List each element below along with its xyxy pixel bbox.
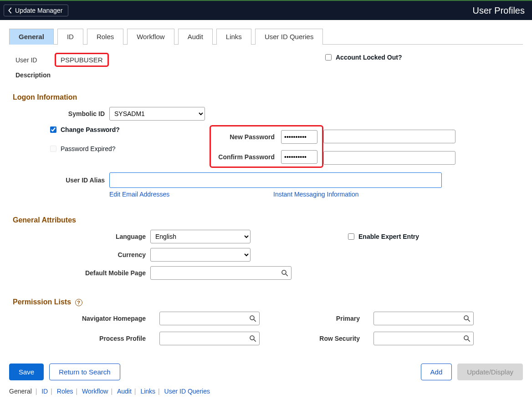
search-icon[interactable] [281,269,289,277]
default-mobile-label: Default Mobile Page [27,269,146,277]
im-info-link[interactable]: Instant Messaging Information [273,191,442,198]
back-button[interactable]: Update Manager [4,5,68,16]
navigator-input[interactable] [159,312,260,325]
help-icon[interactable]: ? [75,299,82,306]
confirm-password-input[interactable] [281,150,317,164]
edit-email-link[interactable]: Edit Email Addresses [109,191,273,198]
svg-point-2 [250,316,254,320]
currency-label: Currency [27,251,146,258]
update-display-button: Update/Display [457,364,523,380]
account-locked-row: Account Locked Out? [323,53,523,62]
chevron-left-icon [8,7,12,14]
footer-link-id[interactable]: ID [41,388,48,395]
search-icon[interactable] [463,334,471,343]
section-logon-title: Logon Information [13,93,523,101]
section-permission-text: Permission Lists [13,298,71,306]
row-security-input[interactable] [373,332,474,345]
confirm-password-label: Confirm Password [215,153,275,161]
svg-line-5 [468,319,470,322]
primary-label: Primary [278,315,360,322]
symbolic-id-label: Symbolic ID [27,110,105,117]
enable-expert-label: Enable Expert Entry [358,233,419,240]
change-password-label: Change Password? [61,126,120,133]
password-expired-checkbox [50,146,56,152]
symbolic-id-select[interactable]: SYSADM1 [109,107,205,121]
tab-workflow[interactable]: Workflow [127,29,174,45]
footer-links: General | ID| Roles| Workflow| Audit| Li… [9,388,523,395]
tab-audit[interactable]: Audit [178,29,213,45]
language-label: Language [27,233,146,240]
user-id-label: User ID [9,56,48,64]
svg-point-0 [282,270,286,274]
description-label: Description [9,71,48,79]
footer-link-general[interactable]: General [9,388,32,395]
primary-input[interactable] [373,312,474,325]
process-profile-label: Process Profile [27,335,146,342]
user-id-alias-input[interactable] [109,172,442,188]
add-button[interactable]: Add [421,364,452,380]
row-security-label: Row Security [278,335,360,342]
new-password-ext-input[interactable] [323,130,455,143]
svg-line-3 [254,319,256,322]
account-locked-checkbox[interactable] [325,54,332,61]
svg-line-7 [254,339,256,342]
footer-link-user-id-queries[interactable]: User ID Queries [164,388,210,395]
return-to-search-button[interactable]: Return to Search [49,364,120,380]
tab-bar: General ID Roles Workflow Audit Links Us… [9,28,523,45]
password-expired-label: Password Expired? [61,145,116,152]
user-id-value: PSPUBUSER [55,53,109,67]
tab-id[interactable]: ID [57,29,83,45]
section-general-attr-title: General Attributes [13,216,523,224]
new-password-input[interactable] [281,130,317,144]
new-password-label: New Password [215,133,275,141]
process-profile-input[interactable] [159,332,260,345]
footer-link-audit[interactable]: Audit [117,388,132,395]
tab-general[interactable]: General [9,29,54,45]
user-id-alias-label: User ID Alias [27,177,105,184]
svg-point-6 [250,336,254,340]
password-highlight: New Password Confirm Password [210,125,323,168]
tab-links[interactable]: Links [216,29,251,45]
enable-expert-checkbox[interactable] [348,233,354,240]
section-permission-title: Permission Lists ? [13,298,523,306]
page-title: User Profiles [473,5,525,16]
account-locked-label: Account Locked Out? [336,54,402,61]
search-icon[interactable] [249,314,257,323]
back-button-label: Update Manager [15,7,62,14]
language-select[interactable]: English [150,230,251,243]
search-icon[interactable] [463,314,471,323]
button-bar: Save Return to Search Add Update/Display [9,364,523,380]
footer-link-workflow[interactable]: Workflow [82,388,108,395]
svg-line-1 [286,274,288,276]
svg-point-4 [464,316,468,320]
default-mobile-input[interactable] [150,266,292,280]
confirm-password-ext-input[interactable] [323,151,455,165]
tab-user-id-queries[interactable]: User ID Queries [255,29,323,45]
footer-link-roles[interactable]: Roles [57,388,73,395]
save-button[interactable]: Save [9,364,44,380]
svg-point-8 [464,336,468,340]
change-password-checkbox[interactable] [50,126,56,133]
footer-link-links[interactable]: Links [140,388,155,395]
tab-roles[interactable]: Roles [87,29,123,45]
navigator-label: Navigator Homepage [27,315,146,322]
svg-line-9 [468,339,470,342]
currency-select[interactable] [150,248,251,262]
top-bar: Update Manager User Profiles [0,0,532,20]
search-icon[interactable] [249,334,257,343]
